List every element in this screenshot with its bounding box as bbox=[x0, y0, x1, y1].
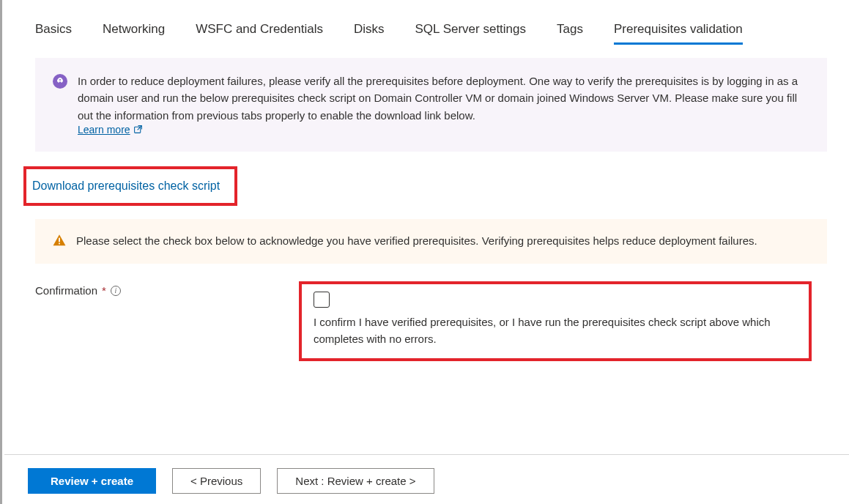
info-banner: In order to reduce deployment failures, … bbox=[35, 58, 827, 152]
learn-more-link[interactable]: Learn more bbox=[78, 124, 143, 136]
rocket-icon bbox=[53, 74, 67, 89]
confirmation-text: I confirm I have verified prerequisites,… bbox=[314, 314, 797, 348]
confirmation-row: Confirmation * i I confirm I have verifi… bbox=[35, 281, 827, 361]
tab-tags[interactable]: Tags bbox=[557, 22, 583, 45]
previous-button[interactable]: < Previous bbox=[172, 468, 261, 494]
next-button[interactable]: Next : Review + create > bbox=[277, 468, 434, 494]
tab-disks[interactable]: Disks bbox=[354, 22, 385, 45]
review-create-button[interactable]: Review + create bbox=[28, 468, 156, 494]
confirmation-highlight: I confirm I have verified prerequisites,… bbox=[299, 281, 812, 361]
download-prerequisites-script-link[interactable]: Download prerequisites check script bbox=[32, 179, 220, 192]
confirmation-label-text: Confirmation bbox=[35, 284, 97, 297]
svg-rect-1 bbox=[59, 237, 60, 242]
confirmation-label: Confirmation * i bbox=[35, 281, 299, 297]
required-marker: * bbox=[102, 284, 106, 297]
warning-banner-text: Please select the check box below to ack… bbox=[76, 232, 757, 249]
tab-networking[interactable]: Networking bbox=[103, 22, 165, 45]
tab-wsfc-credentials[interactable]: WSFC and Credentials bbox=[196, 22, 323, 45]
tab-bar: Basics Networking WSFC and Credentials D… bbox=[35, 22, 827, 45]
learn-more-label: Learn more bbox=[78, 124, 130, 136]
info-icon[interactable]: i bbox=[111, 286, 121, 296]
external-link-icon bbox=[133, 125, 143, 134]
tab-sql-server-settings[interactable]: SQL Server settings bbox=[415, 22, 527, 45]
tab-basics[interactable]: Basics bbox=[35, 22, 72, 45]
confirmation-checkbox[interactable] bbox=[314, 292, 330, 308]
tab-prerequisites-validation[interactable]: Prerequisites validation bbox=[614, 22, 743, 45]
download-link-highlight: Download prerequisites check script bbox=[23, 166, 237, 206]
svg-rect-2 bbox=[59, 242, 60, 244]
info-banner-text: In order to reduce deployment failures, … bbox=[78, 73, 809, 124]
warning-icon bbox=[53, 234, 66, 247]
warning-banner: Please select the check box below to ack… bbox=[35, 219, 827, 264]
footer-bar: Review + create < Previous Next : Review… bbox=[4, 454, 849, 504]
